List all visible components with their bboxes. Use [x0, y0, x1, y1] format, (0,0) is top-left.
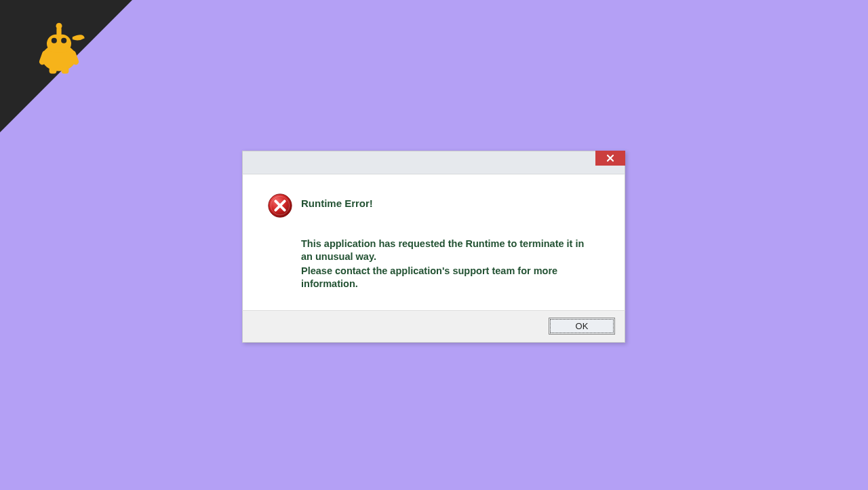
svg-rect-1	[47, 35, 71, 53]
mascot-logo	[28, 15, 90, 76]
error-dialog: Runtime Error! This application has requ…	[242, 151, 625, 343]
ok-button[interactable]: OK	[549, 318, 615, 335]
close-icon	[606, 154, 614, 162]
svg-point-9	[61, 38, 66, 43]
svg-rect-7	[62, 67, 69, 73]
svg-rect-6	[50, 67, 57, 73]
dialog-body-line1: This application has requested the Runti…	[301, 238, 593, 263]
dialog-titlebar[interactable]	[242, 151, 625, 174]
dialog-footer: OK	[242, 310, 625, 343]
dialog-title: Runtime Error!	[301, 197, 604, 209]
dialog-body-line2: Please contact the application's support…	[301, 265, 593, 290]
close-button[interactable]	[595, 151, 625, 166]
error-icon	[267, 193, 293, 219]
dialog-body: This application has requested the Runti…	[301, 238, 593, 291]
dialog-content: Runtime Error! This application has requ…	[242, 174, 625, 310]
svg-point-8	[52, 38, 57, 43]
svg-point-3	[56, 23, 62, 29]
